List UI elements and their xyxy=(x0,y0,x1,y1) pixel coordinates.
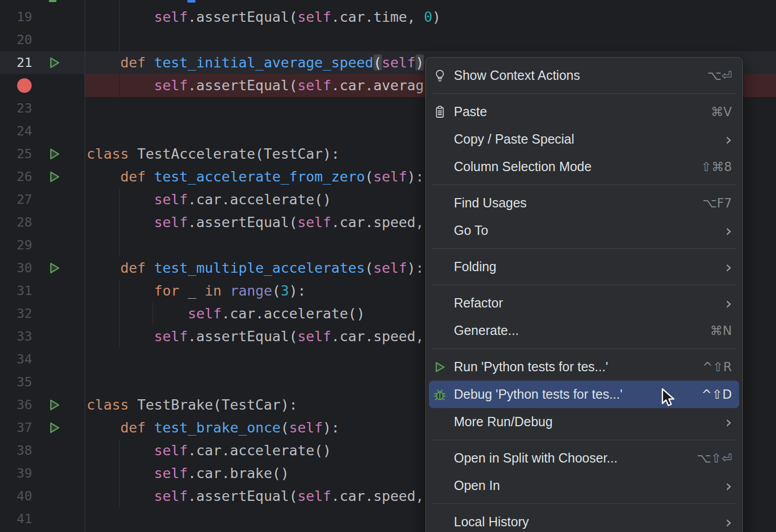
menu-item-label: Paste xyxy=(454,104,487,119)
run-gutter-icon[interactable] xyxy=(48,170,61,184)
submenu-chevron-icon: › xyxy=(725,224,732,237)
menu-item-label: Run 'Python tests for tes...' xyxy=(454,359,608,374)
menu-item-open-in[interactable]: Open In› xyxy=(426,472,742,499)
menu-item-refactor[interactable]: Refactor› xyxy=(426,289,742,317)
context-menu: Show Context Actions⌥⏎Paste⌘VCopy / Past… xyxy=(425,57,743,532)
menu-item-label: Copy / Paste Special xyxy=(454,132,574,147)
run-gutter-icon[interactable] xyxy=(48,261,61,275)
menu-item-label: Debug 'Python tests for tes...' xyxy=(454,387,622,402)
line-number: 26 xyxy=(0,165,32,188)
menu-separator xyxy=(432,185,736,185)
line-number: 27 xyxy=(0,188,32,211)
line-number: 37 xyxy=(0,416,32,439)
code-line-19[interactable]: 19 self.assertEqual(self.car.time, 0) xyxy=(0,6,776,29)
submenu-chevron-icon: › xyxy=(725,260,732,274)
menu-item-more-run-debug[interactable]: More Run/Debug› xyxy=(426,408,742,436)
submenu-chevron-icon: › xyxy=(725,415,732,429)
line-number: 41 xyxy=(0,508,32,530)
menu-item-label: Refactor xyxy=(454,296,503,311)
code-text: self.assertEqual(self.car.speed, xyxy=(87,325,424,348)
menu-item-label: Open in Split with Chooser... xyxy=(454,451,617,466)
menu-item-show-context-actions[interactable]: Show Context Actions⌥⏎ xyxy=(426,62,742,89)
menu-item-find-usages[interactable]: Find Usages⌥F7 xyxy=(426,189,742,217)
menu-item-paste[interactable]: Paste⌘V xyxy=(426,98,742,125)
mouse-cursor-icon xyxy=(660,388,675,408)
indent-guide xyxy=(119,234,120,257)
menu-icon-slot xyxy=(433,260,447,274)
run-gutter-icon[interactable] xyxy=(48,147,61,161)
line-number: 25 xyxy=(0,143,32,165)
menu-item-label: Column Selection Mode xyxy=(454,159,591,174)
line-number: 33 xyxy=(0,325,32,348)
line-number: 29 xyxy=(0,234,32,257)
menu-item-folding[interactable]: Folding› xyxy=(426,253,742,281)
line-number: 31 xyxy=(0,279,32,302)
line-number: 21 xyxy=(0,51,32,74)
code-text: def test_brake_once(self): xyxy=(87,416,340,439)
menu-item-label: Local History xyxy=(454,514,529,529)
menu-icon-slot xyxy=(433,324,447,338)
code-line-20[interactable]: 20 xyxy=(0,29,776,51)
menu-icon-slot xyxy=(433,415,447,429)
menu-item-shortcut: ⌘N xyxy=(710,324,732,338)
menu-icon-slot xyxy=(433,515,447,529)
line-number: 28 xyxy=(0,211,32,234)
menu-item-label: Folding xyxy=(454,259,496,274)
code-text: class TestAccelerate(TestCar): xyxy=(87,143,340,165)
menu-item-go-to[interactable]: Go To› xyxy=(426,217,742,244)
code-text: self.car.accelerate() xyxy=(87,439,331,462)
menu-item-label: More Run/Debug xyxy=(454,414,552,429)
run-gutter-icon[interactable] xyxy=(48,56,61,69)
code-text: self.assertEqual(self.car.time, 0) xyxy=(87,6,441,29)
line-number: 38 xyxy=(0,439,32,462)
menu-item-shortcut: ^⇧D xyxy=(701,387,732,402)
menu-item-copy-paste-special[interactable]: Copy / Paste Special› xyxy=(426,125,742,153)
menu-item-local-history[interactable]: Local History› xyxy=(426,508,742,532)
code-text: self.car.accelerate() xyxy=(87,188,331,211)
submenu-chevron-icon: › xyxy=(725,133,732,146)
menu-item-shortcut: ⌘V xyxy=(711,105,732,119)
menu-icon-slot xyxy=(433,133,447,146)
breakpoint-icon[interactable] xyxy=(17,78,32,93)
line-number: 23 xyxy=(0,97,32,120)
menu-item-shortcut: ⌥⏎ xyxy=(707,68,732,83)
menu-item-shortcut: ⌥F7 xyxy=(702,196,732,211)
menu-item-label: Generate... xyxy=(454,323,519,338)
line-number: 24 xyxy=(0,120,32,143)
code-text: def test_initial_average_speed(self) xyxy=(87,51,424,74)
debug-icon xyxy=(433,388,447,401)
menu-separator xyxy=(432,248,736,249)
menu-separator xyxy=(432,440,736,440)
run-gutter-icon[interactable] xyxy=(48,421,61,435)
menu-item-label: Go To xyxy=(454,223,488,238)
clipboard-icon xyxy=(433,105,447,119)
run-gutter-icon[interactable] xyxy=(48,398,61,412)
menu-item-label: Find Usages xyxy=(454,195,526,211)
menu-item-open-in-split-with-chooser[interactable]: Open in Split with Chooser...⌥⇧⏎ xyxy=(426,444,742,472)
line-number: 34 xyxy=(0,348,32,371)
code-text: for _ in range(3): xyxy=(87,279,306,302)
menu-icon-slot xyxy=(433,160,447,174)
line-number: 20 xyxy=(0,29,32,51)
menu-item-generate[interactable]: Generate...⌘N xyxy=(426,317,742,344)
code-text: def test_multiple_accelerates(self): xyxy=(87,257,424,279)
menu-item-column-selection-mode[interactable]: Column Selection Mode⇧⌘8 xyxy=(426,153,742,180)
line-number: 40 xyxy=(0,485,32,508)
line-number: 32 xyxy=(0,302,32,325)
menu-separator xyxy=(432,93,736,94)
menu-separator xyxy=(432,503,736,504)
submenu-chevron-icon: › xyxy=(725,515,732,529)
line-number: 35 xyxy=(0,371,32,394)
line-number: 30 xyxy=(0,257,32,279)
menu-item-run-python-tests[interactable]: Run 'Python tests for tes...'^⇧R xyxy=(426,353,742,381)
menu-item-label: Show Context Actions xyxy=(454,68,580,83)
line-number: 39 xyxy=(0,462,32,485)
menu-separator xyxy=(432,348,736,349)
menu-item-shortcut: ⌥⇧⏎ xyxy=(697,451,732,466)
code-text: self.assertEqual(self.car.speed, xyxy=(87,211,424,234)
menu-icon-slot xyxy=(433,297,447,310)
line-number: 36 xyxy=(0,394,32,416)
menu-item-shortcut: ^⇧R xyxy=(702,360,732,374)
menu-item-debug-python-tests[interactable]: Debug 'Python tests for tes...'^⇧D xyxy=(429,381,739,408)
menu-separator xyxy=(432,285,736,285)
